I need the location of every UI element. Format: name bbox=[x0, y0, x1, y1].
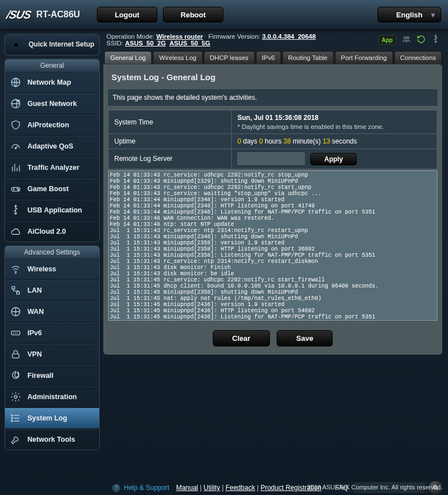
menu-label: System Log bbox=[27, 414, 67, 422]
menu-label: Adaptive QoS bbox=[27, 142, 73, 150]
sidebar-item-vpn[interactable]: VPN bbox=[5, 344, 99, 365]
wifi-icon bbox=[10, 263, 22, 275]
tabstrip: General LogWireless LogDHCP leasesIPv6Ro… bbox=[103, 51, 442, 64]
language-dropdown[interactable]: English bbox=[377, 7, 441, 22]
panel-description: This page shows the detailed system's ac… bbox=[108, 89, 437, 107]
clear-button[interactable]: Clear bbox=[213, 330, 270, 346]
menu-label: Guest Network bbox=[27, 100, 77, 108]
sidebar-item-lan[interactable]: LAN bbox=[5, 280, 99, 301]
qis-label: Quick Internet Setup bbox=[29, 41, 94, 49]
sidebar-item-aiprotection[interactable]: AiProtection bbox=[5, 114, 99, 136]
gamepad-icon bbox=[10, 183, 22, 195]
sidebar-item-aicloud-2-0[interactable]: AiCloud 2.0 bbox=[5, 221, 99, 242]
menu-label: Traffic Analyzer bbox=[27, 164, 80, 172]
usb-icon[interactable] bbox=[431, 35, 440, 45]
svg-point-3 bbox=[17, 100, 19, 101]
svg-point-4 bbox=[15, 147, 17, 149]
firmware-version-link[interactable]: 3.0.0.4.384_20648 bbox=[262, 33, 316, 40]
gear-icon bbox=[10, 38, 23, 52]
svg-point-9 bbox=[15, 272, 16, 274]
remote-log-label: Remote Log Server bbox=[109, 149, 232, 169]
menu-label: Administration bbox=[27, 393, 77, 401]
ssid-5g-link[interactable]: ASUS_50_5G bbox=[170, 40, 211, 47]
content: Operation Mode: Wireless router Firmware… bbox=[103, 30, 448, 475]
help-support-link[interactable]: Help & Support bbox=[124, 484, 169, 492]
sidebar-item-wan[interactable]: WAN bbox=[5, 301, 99, 322]
feedback-link[interactable]: Feedback bbox=[226, 484, 255, 492]
ipv6-icon bbox=[10, 327, 22, 339]
panel-title: System Log - General Log bbox=[108, 69, 437, 89]
language-label: English bbox=[396, 11, 423, 19]
menu-label: USB Application bbox=[27, 206, 82, 214]
menu-label: VPN bbox=[27, 350, 42, 358]
sidebar-item-traffic-analyzer[interactable]: Traffic Analyzer bbox=[5, 157, 99, 178]
svg-point-18 bbox=[11, 420, 13, 422]
svg-point-7 bbox=[18, 189, 19, 191]
sidebar-item-adaptive-qos[interactable]: Adaptive QoS bbox=[5, 136, 99, 157]
sidebar-item-network-tools[interactable]: Network Tools bbox=[5, 429, 99, 450]
reboot-button[interactable]: Reboot bbox=[163, 7, 223, 22]
save-button[interactable]: Save bbox=[277, 330, 333, 346]
clients-icon[interactable] bbox=[402, 35, 411, 45]
tab-connections[interactable]: Connections bbox=[394, 51, 442, 64]
gauge-icon bbox=[10, 140, 22, 152]
manual-link[interactable]: Manual bbox=[176, 484, 198, 492]
sidebar-item-game-boost[interactable]: Game Boost bbox=[5, 178, 99, 200]
sidebar-item-network-map[interactable]: Network Map bbox=[5, 72, 99, 93]
tab-wireless-log[interactable]: Wireless Log bbox=[153, 51, 202, 64]
log-textarea[interactable]: Feb 14 01:33:43 rc_service: udhcpc 2292:… bbox=[108, 170, 437, 321]
menu-label: Network Map bbox=[27, 78, 71, 86]
system-time-value: Sun, Jul 01 15:36:08 2018 bbox=[237, 114, 431, 122]
list-icon bbox=[10, 412, 22, 424]
menu-label: WAN bbox=[27, 308, 44, 316]
sidebar-item-administration[interactable]: Administration bbox=[5, 386, 99, 408]
advanced-header: Advanced Settings bbox=[5, 246, 99, 259]
utility-link[interactable]: Utility bbox=[204, 484, 220, 492]
svg-point-15 bbox=[15, 396, 17, 399]
tab-port-forwarding[interactable]: Port Forwarding bbox=[335, 51, 393, 64]
remote-log-cell: Apply bbox=[232, 149, 437, 169]
sidebar-item-wireless[interactable]: Wireless bbox=[5, 259, 99, 280]
svg-rect-14 bbox=[12, 354, 19, 358]
sidebar-item-usb-application[interactable]: USB Application bbox=[5, 200, 99, 221]
refresh-icon[interactable] bbox=[417, 35, 426, 45]
quick-internet-setup[interactable]: Quick Internet Setup bbox=[4, 34, 100, 55]
menu-label: Network Tools bbox=[27, 436, 75, 443]
copyright: 2018 ASUSTeK Computer Inc. All rights re… bbox=[307, 482, 442, 493]
operation-mode-link[interactable]: Wireless router bbox=[156, 33, 203, 40]
tab-routing-table[interactable]: Routing Table bbox=[282, 51, 334, 64]
wrench-icon bbox=[10, 433, 22, 446]
apply-button[interactable]: Apply bbox=[310, 153, 357, 165]
shield-icon bbox=[10, 119, 22, 131]
uptime-label: Uptime bbox=[109, 134, 232, 149]
lan-icon bbox=[10, 284, 22, 297]
wan-icon bbox=[10, 306, 22, 318]
tab-general-log[interactable]: General Log bbox=[104, 51, 152, 64]
info-table: System Time Sun, Jul 01 15:36:08 2018 * … bbox=[108, 110, 437, 169]
remote-log-input[interactable] bbox=[237, 152, 305, 165]
sidebar-item-ipv6[interactable]: IPv6 bbox=[5, 322, 99, 344]
sidebar-item-firewall[interactable]: Firewall bbox=[5, 365, 99, 386]
usb-icon bbox=[10, 204, 22, 216]
svg-rect-11 bbox=[17, 292, 20, 294]
status-icons: App bbox=[378, 35, 442, 45]
svg-point-6 bbox=[17, 188, 18, 189]
svg-point-16 bbox=[11, 415, 13, 417]
menu-label: LAN bbox=[27, 286, 42, 294]
ssid-line: SSID: ASUS_50_2G ASUS_50_5G bbox=[103, 40, 316, 47]
menu-label: Firewall bbox=[27, 372, 54, 380]
sidebar-item-system-log[interactable]: System Log bbox=[5, 408, 99, 429]
fire-icon bbox=[10, 369, 22, 382]
system-time-cell: Sun, Jul 01 15:36:08 2018 * Daylight sav… bbox=[232, 110, 437, 134]
general-header: General bbox=[5, 59, 99, 72]
sidebar-item-guest-network[interactable]: Guest Network bbox=[5, 93, 99, 114]
logout-button[interactable]: Logout bbox=[97, 7, 157, 22]
app-badge[interactable]: App bbox=[378, 35, 396, 45]
tab-ipv6[interactable]: IPv6 bbox=[256, 51, 281, 64]
tab-dhcp-leases[interactable]: DHCP leases bbox=[204, 51, 255, 64]
menu-label: Wireless bbox=[27, 265, 56, 273]
ssid-2g-link[interactable]: ASUS_50_2G bbox=[125, 40, 166, 47]
dst-note: * Daylight savings time is enabled in th… bbox=[237, 123, 431, 130]
sidebar: Quick Internet Setup General Network Map… bbox=[0, 30, 103, 475]
gear-icon bbox=[10, 391, 22, 403]
